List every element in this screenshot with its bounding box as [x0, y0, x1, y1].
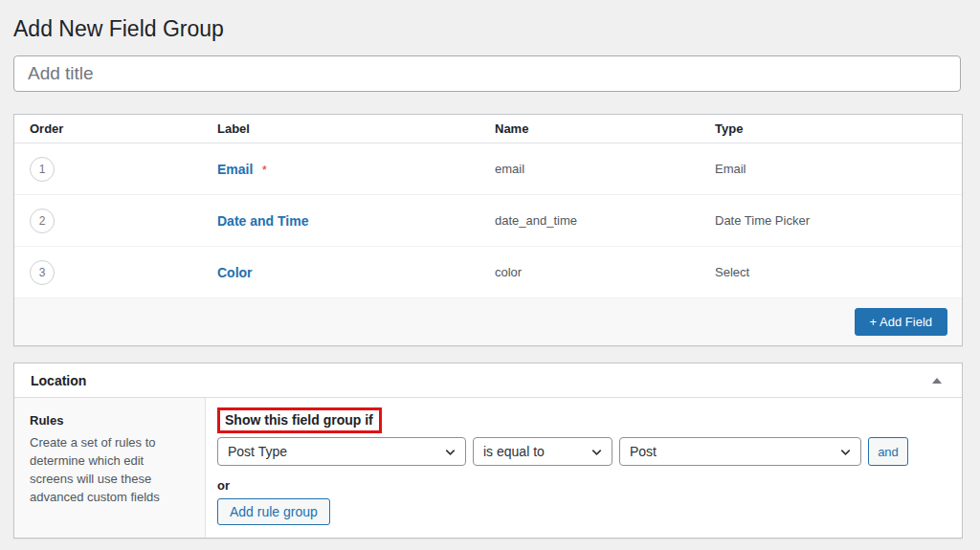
add-rule-group-button[interactable]: Add rule group	[217, 498, 330, 525]
rule-operator-select[interactable]: is equal to	[473, 437, 612, 466]
field-label-link[interactable]: Color	[217, 265, 253, 280]
rule-param-value: Post Type	[228, 444, 287, 459]
column-header-name: Name	[495, 121, 715, 136]
show-if-label: Show this field group if	[225, 412, 373, 428]
fields-table-header: Order Label Name Type	[14, 115, 962, 143]
order-drag-handle[interactable]: 2	[30, 209, 55, 233]
chevron-down-icon	[838, 445, 853, 459]
column-header-order: Order	[30, 121, 217, 136]
field-type-cell: Date Time Picker	[715, 213, 962, 228]
rule-value-select[interactable]: Post	[619, 437, 861, 466]
location-panel-title: Location	[31, 373, 86, 388]
rules-heading: Rules	[30, 413, 189, 428]
collapse-arrow-icon	[932, 378, 942, 384]
location-panel-body: Rules Create a set of rules to determine…	[14, 398, 962, 538]
rule-operator-value: is equal to	[483, 444, 545, 459]
collapse-panel-button[interactable]	[928, 374, 946, 387]
field-name-cell: color	[495, 265, 715, 279]
table-row: 3 Color color Select	[14, 247, 962, 298]
column-header-type: Type	[715, 121, 962, 136]
table-row: 2 Date and Time date_and_time Date Time …	[14, 195, 962, 247]
field-name-cell: date_and_time	[495, 213, 715, 228]
required-asterisk: *	[262, 163, 267, 177]
annotation-highlight-box: Show this field group if	[217, 407, 382, 433]
title-input[interactable]	[13, 55, 961, 92]
or-label: or	[217, 478, 947, 493]
order-drag-handle[interactable]: 3	[30, 260, 55, 285]
rules-description: Create a set of rules to determine which…	[30, 434, 189, 506]
page-title: Add New Field Group	[13, 0, 967, 43]
rules-label-column: Rules Create a set of rules to determine…	[14, 398, 206, 538]
location-panel: Location Rules Create a set of rules to …	[13, 363, 963, 539]
add-field-button[interactable]: + Add Field	[855, 308, 947, 336]
field-name-cell: email	[495, 162, 715, 176]
and-rule-button[interactable]: and	[868, 437, 908, 466]
chevron-down-icon	[443, 445, 457, 459]
rule-value-value: Post	[630, 444, 657, 459]
table-row: 1 Email * email Email	[14, 143, 962, 195]
fields-table-panel: Order Label Name Type 1 Email * email Em…	[13, 114, 963, 346]
column-header-label: Label	[217, 121, 495, 136]
rules-content-column: Show this field group if Post Type is eq…	[206, 398, 962, 538]
field-type-cell: Email	[715, 162, 962, 176]
page-wrap: Add New Field Group Order Label Name Typ…	[0, 0, 980, 539]
chevron-down-icon	[590, 445, 604, 459]
location-panel-header: Location	[14, 363, 962, 398]
field-type-cell: Select	[715, 265, 962, 279]
rule-param-select[interactable]: Post Type	[217, 437, 466, 466]
fields-table-footer: + Add Field	[14, 298, 962, 345]
field-label-link[interactable]: Email	[217, 162, 253, 177]
rule-row: Post Type is equal to Post	[217, 437, 947, 466]
field-label-link[interactable]: Date and Time	[217, 213, 308, 229]
order-drag-handle[interactable]: 1	[30, 157, 55, 182]
